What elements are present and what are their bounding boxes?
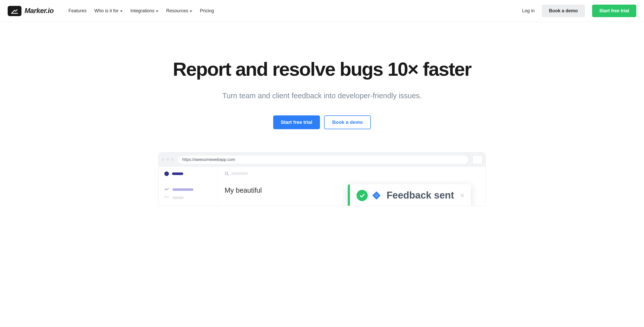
hero: Report and resolve bugs 10× faster Turn … [0, 22, 644, 145]
url-bar: https://awesomewebapp.com [177, 155, 468, 164]
grid-icon [164, 196, 169, 200]
hero-headline: Report and resolve bugs 10× faster [5, 59, 639, 79]
nav-item-pricing[interactable]: Pricing [200, 8, 214, 14]
nav-item-features[interactable]: Features [68, 8, 87, 14]
mock-sidebar [159, 167, 218, 206]
mock-sidebar-item [164, 196, 212, 200]
hero-subheadline: Turn team and client feedback into devel… [5, 92, 639, 100]
mock-search [225, 171, 479, 176]
close-icon[interactable]: × [460, 191, 464, 200]
nav-item-resources[interactable]: Resources [166, 8, 192, 14]
chevron-down-icon [190, 10, 192, 12]
mock-sidebar-item [164, 188, 212, 191]
top-nav: Marker.io Features Who is it for Integra… [0, 0, 644, 22]
chevron-down-icon [156, 10, 158, 12]
logo-text: Marker.io [25, 7, 54, 15]
nav-item-integrations[interactable]: Integrations [130, 8, 158, 14]
svg-rect-0 [165, 196, 166, 198]
hero-book-demo-button[interactable]: Book a demo [324, 115, 371, 129]
logo[interactable]: Marker.io [8, 6, 54, 16]
browser-extension-icon [473, 155, 482, 164]
nav-links: Features Who is it for Integrations Reso… [68, 8, 214, 14]
feedback-sent-toast: Feedback sent × [348, 184, 471, 206]
toast-text: Feedback sent [387, 190, 454, 201]
search-icon [225, 171, 229, 176]
svg-rect-1 [167, 196, 168, 198]
browser-mock: https://awesomewebapp.com [158, 152, 486, 206]
nav-start-trial-button[interactable]: Start free trial [592, 5, 636, 17]
browser-chrome: https://awesomewebapp.com [159, 152, 485, 167]
logo-mark-icon [8, 6, 21, 16]
traffic-lights-icon [162, 158, 174, 161]
chevron-down-icon [120, 10, 123, 12]
nav-login[interactable]: Log in [522, 8, 535, 14]
nav-item-who[interactable]: Who is it for [94, 8, 123, 14]
nav-book-demo-button[interactable]: Book a demo [542, 5, 585, 17]
mock-brand-icon [164, 171, 212, 176]
hero-start-trial-button[interactable]: Start free trial [273, 115, 320, 129]
chart-icon [164, 188, 169, 191]
browser-content: My beautiful Feedback sent × [159, 167, 485, 206]
jira-icon [369, 188, 384, 203]
checkmark-icon [356, 190, 368, 201]
svg-point-2 [225, 172, 228, 175]
svg-line-3 [227, 174, 228, 175]
hero-cta-group: Start free trial Book a demo [5, 115, 639, 129]
